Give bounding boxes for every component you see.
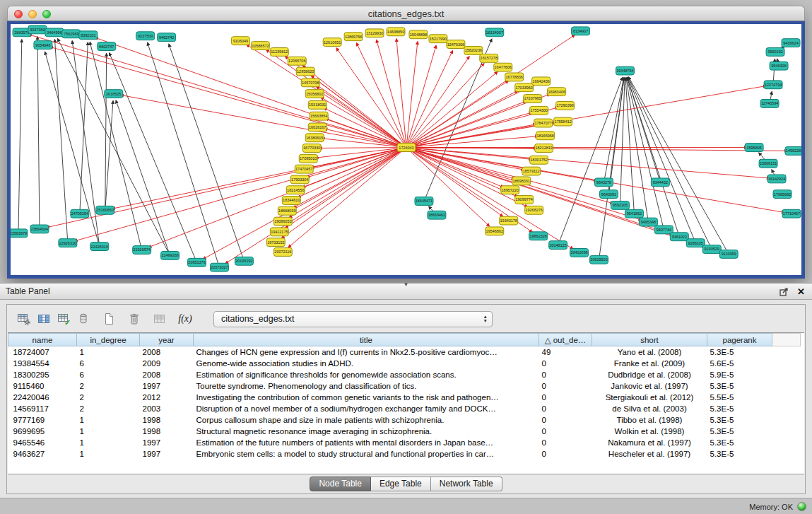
function-builder-icon[interactable]: f(x) [175,310,195,327]
network-node[interactable]: 19086053 [273,217,292,226]
table-cell[interactable]: 0 [539,448,592,460]
network-node[interactable]: 20195292 [235,257,253,265]
network-node[interactable]: 16778836 [505,73,524,81]
table-cell[interactable]: 5.3E-5 [707,403,772,414]
network-node[interactable]: 8392101 [79,31,98,40]
network-node[interactable]: 15866151 [759,159,777,168]
zoom-window-button[interactable] [42,10,51,18]
minimize-window-button[interactable] [28,10,37,18]
table-cell[interactable]: 6 [77,358,140,369]
table-cell[interactable]: Jankovic et al. (1997) [592,380,707,392]
table-row[interactable]: 1830029562008Estimation of significance … [8,369,801,380]
table-cell[interactable]: Stergiakouli et al. (2012) [592,392,707,403]
network-node[interactable]: 19412175 [270,228,288,236]
table-row[interactable]: 977716911998Corpus callosum shape and si… [8,414,801,426]
table-cell[interactable]: 2008 [140,346,194,358]
table-cell[interactable]: Corpus callosum shape and size in male p… [194,414,539,426]
table-cell[interactable]: Embryonic stem cells: a model to study s… [194,448,539,460]
network-node[interactable]: 22926310 [59,239,77,247]
close-window-button[interactable] [14,10,23,18]
table-select-dropdown[interactable]: citations_edges.txt ▲ ▼ [213,311,493,327]
network-node[interactable]: 16983406 [548,88,566,96]
table-cell[interactable]: 0 [539,392,592,403]
network-node[interactable]: 23583979 [11,229,28,238]
table-cell[interactable]: Changes of HCN gene expression and I(f) … [194,346,539,358]
network-node[interactable]: 18668039 [278,206,296,215]
tab-network-table[interactable]: Network Table [431,477,502,491]
table-cell[interactable]: 2 [77,380,140,392]
table-cell[interactable]: 5.3E-5 [707,437,772,448]
network-node[interactable]: 13129930 [365,29,384,37]
table-cell[interactable]: 9777169 [8,414,77,426]
table-cell[interactable]: 1 [77,346,140,358]
network-node[interactable]: 15318031 [308,100,326,109]
table-cell[interactable]: 0 [539,358,592,369]
network-node[interactable]: 12869766 [344,33,363,41]
column-header-out-de[interactable]: △ out_de… [539,334,592,346]
network-node[interactable]: 14962280 [785,147,801,156]
network-node[interactable]: 18165968 [536,132,555,140]
network-node[interactable]: 16477606 [494,63,512,71]
network-node[interactable]: 7562969 [62,30,81,38]
network-node[interactable]: 8134907 [572,27,590,35]
network-node[interactable]: 18698331 [512,177,531,185]
import-table-icon[interactable]: ✓ [54,310,73,327]
network-node[interactable]: 9643278 [595,178,613,187]
table-cell[interactable]: 5.3E-5 [707,426,772,437]
network-node[interactable]: 23894604 [30,225,49,233]
table-cell[interactable]: 1997 [140,380,194,392]
table-cell[interactable]: 2 [77,392,140,403]
network-node[interactable]: 17290398 [556,101,575,110]
table-cell[interactable]: 1997 [140,437,194,448]
table-cell[interactable]: 2012 [140,392,194,403]
table-cell[interactable]: Dudbridge et al. (2008) [592,369,707,380]
column-header-in-degree[interactable]: in_degree [77,334,140,346]
table-cell[interactable]: 5.5E-5 [707,392,772,403]
network-node[interactable]: 19862328 [529,232,548,240]
table-row[interactable]: 1872400712008Changes of HCN gene express… [8,346,801,358]
column-header-pagerank[interactable]: pagerank [707,334,772,346]
table-cell[interactable]: 5.3E-5 [707,448,772,460]
table-cell[interactable]: 1 [77,437,140,448]
network-node[interactable]: 12958620 [296,67,314,76]
network-node[interactable]: 18957220 [501,186,519,194]
network-node[interactable]: 9546328 [770,62,788,70]
table-row[interactable]: 1938455462009Genome-wide association stu… [8,358,801,369]
network-node[interactable]: 18134007 [486,28,504,37]
network-node[interactable]: 17095010 [299,154,317,163]
network-node[interactable]: 18214556 [286,186,305,194]
table-cell[interactable]: Genome-wide association studies in ADHD. [194,358,539,369]
network-node[interactable]: 12274794 [764,81,782,89]
network-node[interactable]: 19448794 [616,66,634,75]
network-node[interactable]: 16157278 [480,54,498,62]
table-cell[interactable]: Franke et al. (2009) [592,358,707,369]
network-node[interactable]: 20072116 [273,248,292,257]
network-canvas[interactable]: 1724043910604910588572112398121206570612… [11,24,801,275]
table-cell[interactable]: 0 [539,380,592,392]
network-node[interactable]: 12065706 [288,57,306,65]
network-node[interactable]: 18301752 [530,156,548,164]
table-cell[interactable]: 0 [539,414,592,426]
table-cell[interactable]: 0 [539,426,592,437]
network-node[interactable]: 21499268 [161,251,180,259]
table-cell[interactable]: 9699695 [8,426,77,437]
table-cell[interactable]: 0 [539,437,592,448]
network-node[interactable]: 18212819 [535,144,553,153]
tab-node-table[interactable]: Node Table [310,477,371,491]
table-cell[interactable]: Tibbo et al. (1998) [592,414,707,426]
table-row[interactable]: 946554611997Estimation of the future num… [8,437,801,448]
network-node[interactable]: 17033963 [515,83,534,92]
tab-edge-table[interactable]: Edge Table [371,477,431,491]
table-cell[interactable]: 9465546 [8,437,77,448]
network-node[interactable]: 9237509 [136,32,155,40]
table-cell[interactable]: 5.9E-5 [707,369,772,380]
table-cell[interactable]: 9115460 [8,380,77,392]
network-node[interactable]: 8602747 [98,42,116,51]
table-cell[interactable]: 14569117 [8,403,77,414]
table-cell[interactable]: 2009 [140,358,194,369]
table-cell[interactable]: 19384554 [8,358,77,369]
table-disabled-icon[interactable] [150,310,170,327]
table-cell[interactable]: 1 [77,414,140,426]
table-cell[interactable]: Tourette syndrome. Phenomenology and cla… [194,380,539,392]
network-node[interactable]: 15048898 [409,30,428,39]
